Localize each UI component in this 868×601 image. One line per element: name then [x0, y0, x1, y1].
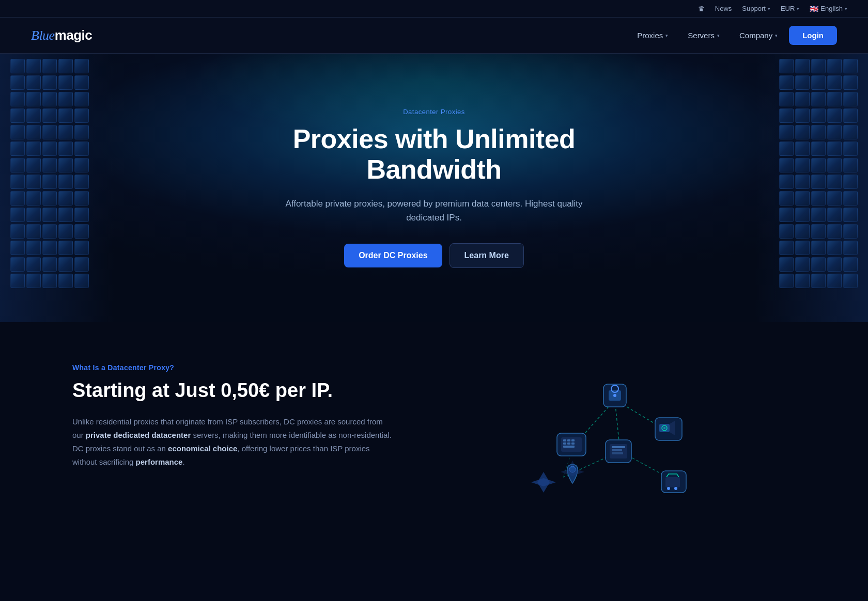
- hero-description: Affortable private proxies, powered by p…: [284, 197, 584, 225]
- logo-magic-text: magic: [55, 27, 92, 43]
- body-final: .: [182, 457, 184, 466]
- content-right: [434, 363, 796, 518]
- svg-rect-15: [563, 442, 566, 445]
- language-chevron-icon: ▾: [845, 6, 847, 11]
- servers-chevron-icon: ▾: [717, 33, 720, 38]
- section-body: Unlike residential proxies that originat…: [72, 415, 393, 469]
- network-diagram: [522, 369, 708, 513]
- proxies-chevron-icon: ▾: [665, 33, 668, 38]
- hero-subtitle: Datacenter Proxies: [284, 108, 584, 116]
- currency-chevron-icon: ▾: [797, 6, 799, 11]
- logo-blue-text: Blue: [31, 28, 55, 43]
- section-label: What Is a Datacenter Proxy?: [72, 363, 393, 372]
- svg-point-9: [613, 394, 616, 397]
- news-link[interactable]: News: [715, 5, 732, 12]
- language-label: English: [820, 5, 843, 12]
- svg-point-33: [674, 487, 677, 490]
- svg-rect-17: [571, 442, 575, 445]
- learn-more-button[interactable]: Learn More: [450, 243, 524, 268]
- company-nav-item[interactable]: Company ▾: [731, 27, 786, 44]
- content-left: What Is a Datacenter Proxy? Starting at …: [72, 363, 393, 469]
- svg-rect-13: [567, 439, 570, 441]
- company-label: Company: [739, 31, 772, 40]
- svg-rect-27: [612, 449, 622, 451]
- bold-text-2: economical choice: [168, 444, 237, 453]
- svg-point-22: [663, 427, 665, 429]
- bold-text-3: performance: [136, 457, 183, 466]
- svg-rect-12: [563, 439, 566, 441]
- logo[interactable]: Bluemagic: [31, 27, 92, 43]
- hero-buttons: Order DC Proxies Learn More: [284, 243, 584, 268]
- hero-content: Datacenter Proxies Proxies with Unlimite…: [284, 108, 584, 268]
- servers-label: Servers: [688, 31, 715, 40]
- svg-rect-16: [567, 442, 570, 445]
- support-label: Support: [742, 5, 766, 12]
- nav-links: Proxies ▾ Servers ▾ Company ▾ Login: [629, 26, 837, 45]
- svg-rect-26: [612, 446, 625, 448]
- proxies-nav-item[interactable]: Proxies ▾: [629, 27, 676, 44]
- support-link[interactable]: Support ▾: [742, 5, 770, 12]
- svg-rect-31: [665, 477, 680, 487]
- navbar: Bluemagic Proxies ▾ Servers ▾ Company ▾ …: [0, 18, 868, 54]
- bold-text-1: private dedicated datacenter: [86, 431, 191, 439]
- login-button[interactable]: Login: [789, 26, 837, 45]
- hero-section: Datacenter Proxies Proxies with Unlimite…: [0, 54, 868, 322]
- right-decoration: [754, 54, 868, 322]
- svg-marker-37: [531, 478, 556, 486]
- topbar: ♛ News Support ▾ EUR ▾ 🇬🇧 English ▾: [0, 0, 868, 18]
- support-chevron-icon: ▾: [768, 6, 770, 11]
- left-cube-stack: [5, 54, 94, 293]
- flag-icon: 🇬🇧: [810, 5, 818, 13]
- currency-label: EUR: [781, 5, 795, 12]
- content-section: What Is a Datacenter Proxy? Starting at …: [0, 322, 868, 560]
- left-decoration: [0, 54, 114, 322]
- svg-rect-14: [571, 439, 575, 441]
- svg-point-32: [667, 487, 670, 490]
- order-dc-proxies-button[interactable]: Order DC Proxies: [344, 244, 442, 267]
- svg-rect-28: [612, 452, 623, 454]
- hero-title: Proxies with Unlimited Bandwidth: [284, 124, 584, 186]
- right-cube-stack: [774, 54, 863, 293]
- servers-nav-item[interactable]: Servers ▾: [679, 27, 728, 44]
- company-chevron-icon: ▾: [775, 33, 778, 38]
- section-title: Starting at Just 0,50€ per IP.: [72, 379, 393, 403]
- currency-selector[interactable]: EUR ▾: [781, 5, 799, 12]
- crown-item[interactable]: ♛: [698, 5, 705, 13]
- svg-rect-18: [563, 446, 575, 448]
- news-label: News: [715, 5, 732, 12]
- proxies-label: Proxies: [637, 31, 663, 40]
- crown-icon: ♛: [698, 5, 705, 13]
- language-selector[interactable]: 🇬🇧 English ▾: [810, 5, 847, 13]
